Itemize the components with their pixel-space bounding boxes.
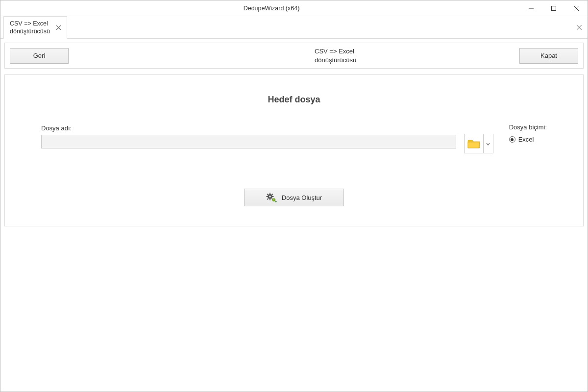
browse-dropdown-button[interactable]: [484, 134, 493, 153]
tab-row: CSV => Excel dönüştürücüsü: [0, 16, 588, 39]
svg-point-12: [273, 199, 274, 200]
minimize-button[interactable]: [520, 0, 542, 16]
file-format-label: Dosya biçimi:: [509, 123, 547, 131]
filename-input[interactable]: [41, 135, 456, 148]
filename-label: Dosya adı:: [41, 124, 456, 132]
filename-field-group: Dosya adı:: [41, 124, 456, 148]
action-bar: Geri CSV => Excel dönüştürücüsü Kapat: [4, 43, 584, 69]
close-icon: [577, 25, 582, 30]
app-window: DedupeWizard (x64) CSV => Excel dönüştür…: [0, 0, 588, 392]
folder-icon: [467, 138, 480, 149]
gears-icon: [266, 193, 277, 202]
action-bar-title: CSV => Excel dönüştürücüsü: [74, 47, 514, 64]
svg-rect-10: [267, 198, 269, 200]
svg-rect-5: [266, 196, 268, 197]
window-title: DedupeWizard (x64): [23, 5, 520, 12]
maximize-icon: [551, 6, 556, 11]
maximize-button[interactable]: [542, 0, 565, 16]
form-row: Dosya adı:: [16, 124, 572, 153]
target-file-panel: Hedef dosya Dosya adı:: [4, 74, 584, 226]
svg-point-2: [269, 196, 271, 197]
create-row: Dosya Oluştur: [16, 189, 572, 206]
svg-rect-4: [270, 199, 270, 200]
close-window-button[interactable]: [565, 0, 588, 16]
svg-rect-3: [270, 193, 270, 195]
create-file-button[interactable]: Dosya Oluştur: [244, 189, 344, 206]
panel-title: Hedef dosya: [16, 95, 572, 105]
titlebar: DedupeWizard (x64): [0, 0, 588, 16]
close-icon: [574, 6, 579, 11]
content-area: Geri CSV => Excel dönüştürücüsü Kapat He…: [0, 39, 588, 392]
minimize-icon: [529, 6, 534, 11]
format-option-excel[interactable]: Excel: [509, 136, 547, 143]
file-format-group: Dosya biçimi: Excel: [509, 123, 547, 143]
tabrow-close-all-button[interactable]: [576, 24, 583, 31]
svg-rect-6: [272, 196, 273, 197]
browse-folder-button[interactable]: [464, 134, 484, 153]
tab-close-button[interactable]: [55, 24, 62, 31]
close-icon: [56, 25, 61, 30]
browse-button-group: [464, 134, 493, 153]
chevron-down-icon: [486, 140, 490, 147]
svg-rect-0: [552, 6, 556, 10]
tab-label: CSV => Excel dönüştürücüsü: [10, 20, 50, 36]
close-panel-button[interactable]: Kapat: [519, 48, 578, 64]
back-button[interactable]: Geri: [10, 48, 69, 64]
format-option-label: Excel: [518, 136, 534, 143]
tab-csv-excel[interactable]: CSV => Excel dönüştürücüsü: [3, 16, 67, 39]
create-file-label: Dosya Oluştur: [282, 194, 322, 201]
window-controls: [520, 0, 588, 16]
radio-selected-icon: [509, 136, 515, 143]
